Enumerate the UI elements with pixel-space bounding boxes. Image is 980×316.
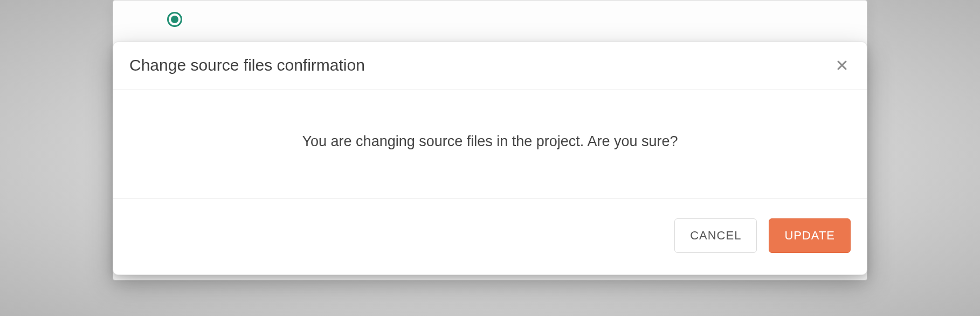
dialog-header: Change source files confirmation [113,42,867,90]
confirmation-dialog: Change source files confirmation You are… [113,42,867,275]
cancel-button[interactable]: CANCEL [674,218,757,253]
close-icon [836,59,848,72]
radio-selected-icon [167,12,182,27]
close-button[interactable] [833,57,851,74]
dialog-footer: CANCEL UPDATE [113,199,867,274]
update-button[interactable]: UPDATE [769,218,851,253]
dialog-body: You are changing source files in the pro… [113,90,867,199]
dialog-message: You are changing source files in the pro… [135,133,845,150]
dialog-title: Change source files confirmation [129,56,365,74]
background-radio-row [135,6,845,33]
